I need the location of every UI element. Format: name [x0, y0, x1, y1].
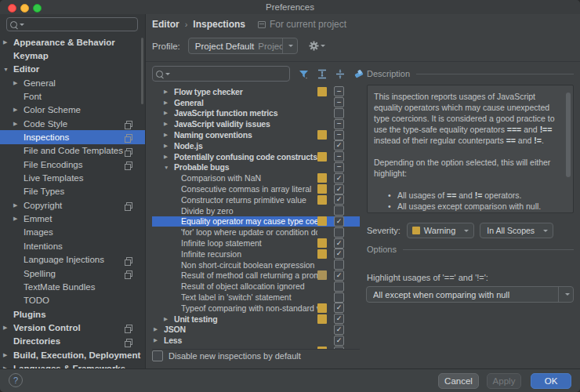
- breadcrumb-inspections[interactable]: Inspections: [193, 19, 245, 30]
- settings-search-input[interactable]: [27, 19, 134, 30]
- gear-icon[interactable]: [309, 41, 319, 51]
- disable-new-inspections-checkbox[interactable]: [152, 350, 163, 361]
- inspection-checkbox[interactable]: [334, 130, 344, 140]
- sidebar-item[interactable]: Live Templates: [0, 171, 145, 184]
- inspection-checkbox[interactable]: [334, 119, 344, 129]
- inspection-row[interactable]: Non short-circuit boolean expression: [152, 260, 360, 270]
- expand-arrow-icon[interactable]: [13, 107, 24, 113]
- sidebar-item[interactable]: Inspections: [0, 130, 145, 143]
- inspection-row[interactable]: Infinite recursion: [152, 249, 360, 260]
- cancel-button[interactable]: Cancel: [438, 373, 479, 389]
- inspections-search-input[interactable]: [173, 68, 286, 79]
- collapse-all-icon[interactable]: [335, 69, 345, 79]
- inspection-checkbox[interactable]: [334, 140, 344, 151]
- inspection-row[interactable]: 'for' loop where update or condition doe: [152, 227, 360, 238]
- sidebar-item[interactable]: File and Code Templates: [0, 144, 145, 158]
- inspection-row[interactable]: Naming conventions: [152, 129, 360, 140]
- expand-arrow-icon[interactable]: [13, 80, 24, 86]
- inspection-checkbox[interactable]: [334, 108, 344, 118]
- inspection-checkbox[interactable]: [334, 260, 344, 270]
- expand-all-icon[interactable]: [317, 69, 327, 79]
- profile-actions[interactable]: [309, 41, 325, 51]
- expand-arrow-icon[interactable]: [154, 337, 164, 343]
- profile-dropdown-button[interactable]: [282, 38, 297, 53]
- expand-arrow-icon[interactable]: [13, 121, 24, 127]
- sidebar-item[interactable]: Language Injections: [0, 253, 145, 267]
- breadcrumb-editor[interactable]: Editor: [152, 19, 179, 30]
- inspection-checkbox[interactable]: [334, 314, 344, 324]
- inspection-checkbox[interactable]: [334, 270, 344, 281]
- expand-arrow-icon[interactable]: [3, 67, 13, 72]
- inspection-row[interactable]: Constructor returns primitive value: [152, 194, 360, 205]
- inspection-checkbox[interactable]: [334, 336, 344, 346]
- sidebar-item[interactable]: Directories: [0, 335, 145, 348]
- inspection-checkbox[interactable]: [334, 162, 344, 172]
- dropdown-button[interactable]: [558, 287, 573, 302]
- inspection-row[interactable]: JavaScript function metrics: [152, 108, 360, 119]
- help-button[interactable]: ?: [9, 373, 23, 387]
- highlight-option-dropdown[interactable]: All except when comparing with null: [366, 286, 574, 303]
- expand-arrow-icon[interactable]: [3, 325, 13, 331]
- expand-arrow-icon[interactable]: [164, 316, 174, 322]
- expand-arrow-icon[interactable]: [3, 39, 13, 45]
- sidebar-item[interactable]: Copyright: [0, 198, 145, 212]
- sidebar-item[interactable]: Editor: [0, 63, 145, 76]
- titlebar[interactable]: Preferences: [0, 0, 580, 15]
- sidebar-item[interactable]: Version Control: [0, 321, 145, 334]
- sidebar-item[interactable]: TODO: [0, 294, 145, 307]
- inspection-row[interactable]: Typeof comparing with non-standard va: [152, 303, 360, 314]
- sidebar-item[interactable]: Intentions: [0, 239, 145, 252]
- sidebar-item[interactable]: Languages & Frameworks: [0, 361, 145, 368]
- inspection-row[interactable]: Potentially confusing code constructs: [152, 151, 360, 162]
- inspection-checkbox[interactable]: [334, 238, 344, 249]
- apply-button[interactable]: Apply: [487, 373, 521, 389]
- expand-arrow-icon[interactable]: [164, 165, 174, 170]
- inspection-row[interactable]: Consecutive commas in array literal: [152, 183, 360, 194]
- sidebar-item[interactable]: Appearance & Behavior: [0, 35, 145, 49]
- inspection-row[interactable]: Divide by zero: [152, 205, 360, 216]
- sidebar-item[interactable]: Color Scheme: [0, 103, 145, 117]
- search-history-caret-icon[interactable]: [165, 73, 170, 75]
- expand-arrow-icon[interactable]: [154, 326, 164, 332]
- sidebar-item[interactable]: File Types: [0, 185, 145, 198]
- inspection-checkbox[interactable]: [334, 151, 344, 162]
- expand-arrow-icon[interactable]: [164, 154, 174, 160]
- inspection-row[interactable]: Probable bugs: [152, 162, 360, 173]
- expand-arrow-icon[interactable]: [164, 89, 174, 95]
- inspection-row[interactable]: Comparison with NaN: [152, 172, 360, 183]
- inspection-row[interactable]: Result of object allocation ignored: [152, 281, 360, 292]
- inspection-checkbox[interactable]: [334, 184, 344, 194]
- expand-arrow-icon[interactable]: [164, 132, 174, 138]
- inspection-row[interactable]: [152, 346, 360, 350]
- inspection-checkbox[interactable]: [334, 281, 344, 292]
- scope-dropdown[interactable]: In All Scopes: [480, 223, 553, 238]
- filter-icon[interactable]: [299, 69, 309, 79]
- inspection-row[interactable]: Node.js: [152, 140, 360, 151]
- severity-dropdown[interactable]: Warning: [407, 223, 475, 238]
- ok-button[interactable]: OK: [531, 373, 571, 389]
- inspection-row[interactable]: Flow type checker: [152, 86, 360, 97]
- expand-arrow-icon[interactable]: [164, 143, 174, 149]
- settings-search-box[interactable]: [6, 17, 138, 31]
- sidebar-item[interactable]: Code Style: [0, 117, 145, 130]
- inspection-row[interactable]: Text label in 'switch' statement: [152, 292, 360, 303]
- inspections-search-box[interactable]: [152, 66, 290, 82]
- profile-dropdown[interactable]: Project Default Project: [188, 38, 298, 54]
- expand-arrow-icon[interactable]: [164, 110, 174, 116]
- sidebar-scrollbar[interactable]: [141, 38, 143, 104]
- expand-arrow-icon[interactable]: [164, 121, 174, 127]
- sidebar-item[interactable]: Font: [0, 89, 145, 103]
- inspection-checkbox[interactable]: [334, 173, 344, 183]
- sidebar-item[interactable]: Keymap: [0, 49, 145, 62]
- inspection-row[interactable]: Equality operator may cause type coerci: [152, 216, 360, 227]
- sidebar-item[interactable]: General: [0, 76, 145, 89]
- inspection-row[interactable]: JavaScript validity issues: [152, 118, 360, 129]
- inspection-row[interactable]: Less: [152, 335, 360, 346]
- sidebar-item[interactable]: Build, Execution, Deployment: [0, 348, 145, 361]
- sidebar-item[interactable]: Emmet: [0, 212, 145, 225]
- inspection-checkbox[interactable]: [334, 194, 344, 205]
- reset-filter-eraser-icon[interactable]: [353, 69, 364, 79]
- inspection-row[interactable]: JSON: [152, 325, 360, 336]
- inspection-row[interactable]: General: [152, 97, 360, 108]
- inspection-checkbox[interactable]: [334, 292, 344, 303]
